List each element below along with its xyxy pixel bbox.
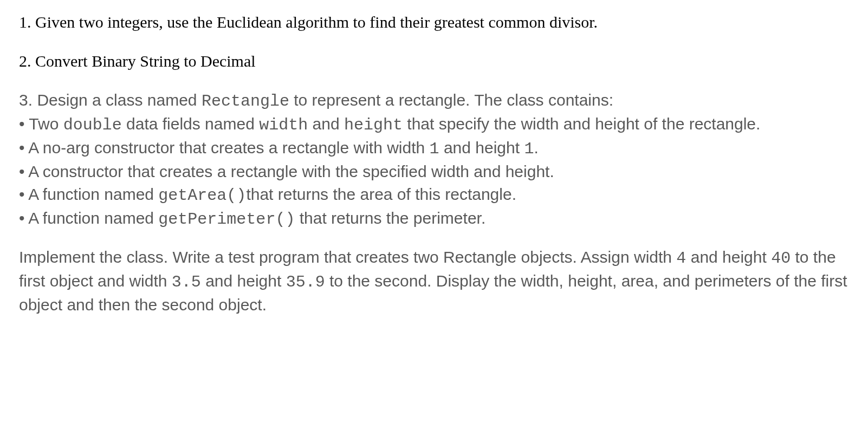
q3-impl-t4: and height [201,272,286,290]
question-1: 1. Given two integers, use the Euclidean… [19,11,849,34]
q3-bullet-4: • A function named getArea()that returns… [19,183,849,207]
q3-b2-m1: 1 [430,140,439,158]
q1-number: 1. [19,13,31,31]
q1-text: Given two integers, use the Euclidean al… [35,13,598,31]
q3-intro-m1: Rectangle [202,92,289,110]
q3-b1-m3: height [344,116,403,134]
q3-impl-t1: Implement the class. Write a test progra… [19,248,676,266]
q3-intro-t1: Design a class named [37,91,202,109]
q3-bullet-1: • Two double data fields named width and… [19,113,849,136]
q3-b4-t1: • A function named [19,185,158,203]
q3-bullet-3: • A constructor that creates a rectangle… [19,160,849,183]
q3-impl-m2: 40 [771,249,791,268]
q3-b5-t1: • A function named [19,209,158,227]
q3-b3-t1: • A constructor that creates a rectangle… [19,162,554,180]
q3-b1-m1: double [63,116,122,134]
q3-bullet-5: • A function named getPerimeter() that r… [19,207,849,231]
q3-b5-m1: getPerimeter() [158,210,295,229]
q3-b1-t4: that specify the width and height of the… [403,115,760,133]
q3-b4-t2: that returns the area of this rectangle. [246,185,516,203]
q3-b2-t3: . [534,139,538,157]
question-3-implement: Implement the class. Write a test progra… [19,246,849,316]
q2-text: Convert Binary String to Decimal [35,52,256,70]
q3-b2-m2: 1 [524,140,534,158]
q3-b1-t1: • Two [19,115,63,133]
q3-intro-line: 3. Design a class named Rectangle to rep… [19,89,849,113]
q3-b1-m2: width [259,116,308,134]
q2-number: 2. [19,52,31,70]
q3-impl-m4: 35.9 [286,273,325,291]
q3-impl-m1: 4 [676,249,686,268]
q3-impl-m3: 3.5 [172,273,201,291]
q3-impl-t2: and height [686,248,771,266]
q3-b4-m1: getArea() [158,186,246,205]
question-3-intro: 3. Design a class named Rectangle to rep… [19,89,849,231]
q3-b2-t1: • A no-arg constructor that creates a re… [19,139,430,157]
question-2: 2. Convert Binary String to Decimal [19,50,849,73]
q3-b2-t2: and height [439,139,524,157]
q3-bullet-2: • A no-arg constructor that creates a re… [19,136,849,160]
q3-b1-t3: and [308,115,344,133]
q3-b1-t2: data fields named [122,115,260,133]
q3-intro-t2: to represent a rectangle. The class cont… [289,91,613,109]
q3-number: 3. [19,91,33,109]
q3-b5-t2: that returns the perimeter. [295,209,485,227]
